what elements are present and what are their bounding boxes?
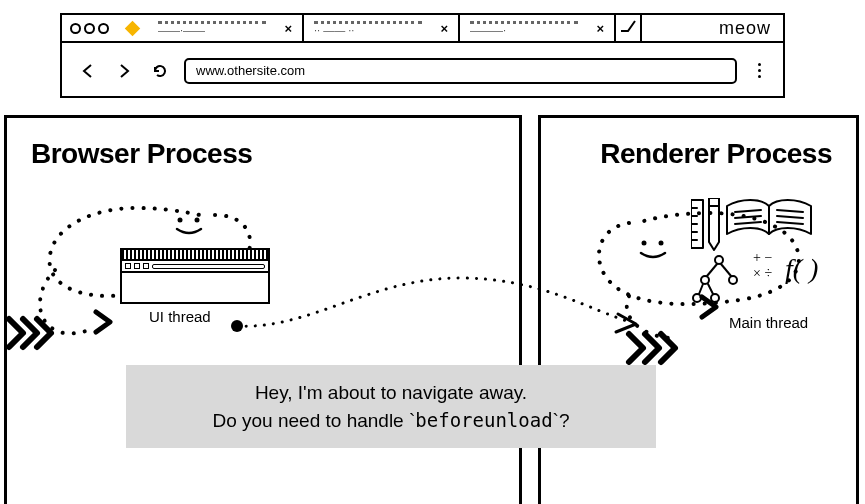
svg-point-3 [659, 241, 664, 246]
tab-label: ·· —— ·· [314, 21, 422, 36]
tab-strip: ——·—— × ·· —— ·· × ———· × meow [62, 15, 783, 43]
traffic-dot-icon [98, 23, 109, 34]
svg-point-18 [701, 276, 709, 284]
svg-point-20 [693, 294, 701, 302]
renderer-doodles: + − × ÷ f( ) [691, 198, 851, 308]
process-title: Browser Process [31, 138, 495, 170]
svg-line-22 [707, 264, 717, 276]
message-line-1: Hey, I'm about to navigate away. [146, 379, 636, 407]
message-line-2: Do you need to handle `beforeunload`? [146, 407, 636, 435]
message-box: Hey, I'm about to navigate away. Do you … [126, 365, 656, 448]
svg-point-2 [642, 241, 647, 246]
tab-2[interactable]: ———· × [460, 14, 616, 42]
chevrons-icon [623, 328, 701, 368]
svg-line-11 [735, 210, 761, 212]
svg-point-17 [715, 256, 723, 264]
svg-line-24 [699, 284, 703, 294]
nav-strip: www.othersite.com [62, 43, 783, 98]
svg-text:+ −: + − [753, 250, 772, 265]
tab-overflow[interactable] [616, 14, 642, 42]
svg-line-13 [735, 222, 761, 224]
traffic-dot-icon [84, 23, 95, 34]
svg-line-16 [777, 222, 803, 224]
svg-line-14 [777, 210, 803, 212]
svg-line-23 [721, 264, 731, 276]
back-button[interactable] [76, 59, 100, 83]
url-bar[interactable]: www.othersite.com [184, 58, 737, 84]
svg-point-21 [711, 294, 719, 302]
close-icon[interactable]: × [596, 21, 604, 36]
menu-button[interactable] [749, 63, 769, 78]
tab-1[interactable]: ·· —— ·· × [304, 14, 460, 42]
svg-text:f( ): f( ) [785, 253, 818, 284]
mini-browser-icon [120, 248, 270, 304]
svg-rect-4 [691, 200, 703, 248]
browser-chrome: ——·—— × ·· —— ·· × ———· × meow [60, 13, 785, 98]
svg-line-15 [777, 216, 803, 218]
chevrons-icon [3, 313, 73, 353]
svg-line-25 [708, 284, 713, 294]
tab-label: ——·—— [158, 21, 266, 36]
diamond-icon [125, 20, 141, 36]
tab-label: ———· [470, 21, 578, 36]
svg-point-19 [729, 276, 737, 284]
url-text: www.othersite.com [196, 63, 305, 78]
thread-label: UI thread [149, 308, 211, 325]
window-controls [62, 23, 117, 34]
close-icon[interactable]: × [440, 21, 448, 36]
svg-text:× ÷: × ÷ [753, 266, 772, 281]
close-icon[interactable]: × [284, 21, 292, 36]
thread-label: Main thread [729, 314, 808, 331]
svg-point-1 [195, 218, 200, 223]
dotted-blob-right [589, 188, 849, 368]
reload-button[interactable] [148, 59, 172, 83]
browser-brand: meow [707, 18, 783, 39]
traffic-dot-icon [70, 23, 81, 34]
svg-point-0 [178, 218, 183, 223]
process-title: Renderer Process [565, 138, 832, 170]
forward-button[interactable] [112, 59, 136, 83]
tab-0[interactable]: ——·—— × [148, 14, 304, 42]
svg-line-12 [735, 216, 761, 218]
